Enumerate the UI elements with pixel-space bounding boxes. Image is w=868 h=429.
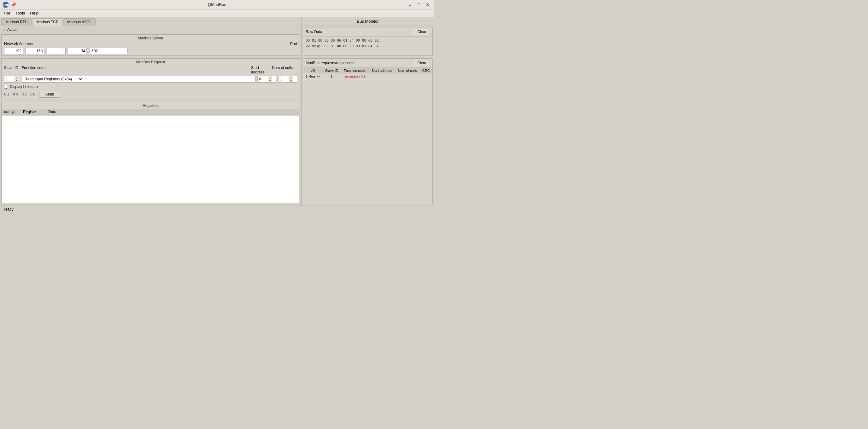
clear-raw-button[interactable]: Clear [414,29,430,35]
window-title: QModBus [208,2,226,7]
ip-octet-1[interactable] [4,48,23,54]
num-coils-spinbox[interactable]: ▲ ▼ [278,76,297,82]
display-hex-label: Display hex data [10,85,38,89]
modbus-log-label: ModBus requests/responses: [306,61,414,65]
active-checkmark: ✓ [2,27,6,32]
menu-tools[interactable]: Tools [13,10,27,16]
close-button[interactable]: ✕ [424,2,432,8]
modbus-request-title: ModBus Request [2,59,300,66]
modbus-log-table: I/O Slave ID Function code Start address… [303,68,432,79]
start-address-up[interactable]: ▲ [268,76,272,79]
modbus-server-title: Modbus Server [2,35,300,42]
menu-bar: File Tools Help [0,9,434,17]
slave-id-up[interactable]: ▲ [15,76,19,79]
network-address-header: Network Address [4,42,290,46]
window-controls: ⌄ ⌃ ✕ [406,2,432,8]
raw-data-line-1: 00 01 00 00 00 06 01 04 00 00 00 01 [306,38,430,43]
request-controls-row: ▲ ▼ Read Coils (0x01) Read Discrete Inpu… [2,74,300,84]
log-cell-crc [420,73,432,79]
function-code-select-wrapper[interactable]: Read Coils (0x01) Read Discrete Inputs (… [22,76,255,82]
ip-sep-3: . [66,49,67,53]
data-header: Data [48,110,297,114]
title-bar: QMB 📌 QModBus ⌄ ⌃ ✕ [0,0,434,9]
modbus-request-section: ModBus Request Slave ID Function code St… [1,58,300,99]
raw-data-content: 00 01 00 00 00 06 01 04 00 00 00 01 << R… [303,37,432,56]
tab-bar: Modbus RTU Modbus TCP Modbus ASCII [0,17,301,26]
slave-id-spinbox[interactable]: ▲ ▼ [4,76,20,82]
log-cell-function-code: Exception (4) [341,73,369,79]
ip-octet-3[interactable] [47,48,66,54]
log-col-slave-id: Slave ID [322,68,341,73]
modbus-server-section: Modbus Server Network Address Port . . . [1,34,300,56]
registers-headers: ata typ Registe Data [2,109,300,115]
active-row: ✓ Active [0,26,301,33]
hex-checkbox-row: Display hex data [2,84,300,90]
send-row: 01 04 00 00 Send [2,90,300,99]
slave-id-arrows: ▲ ▼ [14,76,19,82]
network-headers: Network Address Port [2,42,300,47]
start-address-down[interactable]: ▼ [268,79,272,82]
start-address-arrows: ▲ ▼ [268,76,272,82]
start-address-input[interactable] [258,76,268,82]
raw-data-section: Raw Data Clear 00 01 00 00 00 06 01 04 0… [303,27,433,56]
maximize-button[interactable]: ⌃ [415,2,423,8]
minimize-button[interactable]: ⌄ [406,2,414,8]
pin-icon[interactable]: 📌 [11,2,16,7]
log-cell-io: 1 Req >> [303,73,322,79]
tab-modbus-ascii[interactable]: Modbus ASCII [63,18,96,26]
port-header: Port [290,42,297,46]
status-bar: Ready [0,205,434,212]
log-col-io: I/O [303,68,322,73]
log-cell-start-address [369,73,395,79]
main-content: Modbus RTU Modbus TCP Modbus ASCII ✓ Act… [0,17,434,205]
num-coils-up[interactable]: ▲ [289,76,293,79]
log-col-num-coils: Num of coils [395,68,420,73]
send-button[interactable]: Send [39,91,60,98]
function-code-header: Function code [22,66,249,74]
right-panel: Bus Monitor Raw Data Clear 00 01 00 00 0… [302,17,434,205]
raw-data-header: Raw Data Clear [303,27,432,37]
dtype-header: ata typ [4,110,23,114]
log-cell-slave-id: 1 [322,73,341,79]
log-table-header-row: I/O Slave ID Function code Start address… [303,68,432,73]
num-coils-header: Num of coils [272,66,297,74]
slave-id-down[interactable]: ▼ [15,79,19,82]
hex-display: 01 04 00 00 [4,92,36,96]
registers-table [2,116,299,203]
ip-sep-1: . [24,49,25,53]
log-col-function-code: Function code [341,68,369,73]
menu-help[interactable]: Help [27,10,41,16]
app-logo: QMB [2,2,9,8]
num-coils-arrows: ▲ ▼ [288,76,293,82]
start-address-spinbox[interactable]: ▲ ▼ [257,76,276,82]
register-header: Registe [23,110,48,114]
modbus-log-header: ModBus requests/responses: Clear [303,59,432,68]
num-coils-down[interactable]: ▼ [289,79,293,82]
tab-modbus-tcp[interactable]: Modbus TCP [32,18,62,26]
log-cell-num-coils [395,73,420,79]
tab-modbus-rtu[interactable]: Modbus RTU [1,18,32,26]
registers-title: Registers [2,102,300,109]
log-col-crc: CRC [420,68,432,73]
active-label: Active [7,27,18,32]
ip-octet-2[interactable] [25,48,44,54]
function-code-select[interactable]: Read Coils (0x01) Read Discrete Inputs (… [22,76,83,82]
num-coils-input[interactable] [279,76,288,82]
ip-sep-2: . [45,49,46,53]
bus-monitor-title: Bus Monitor [302,17,434,26]
log-col-start-address: Start address [369,68,395,73]
display-hex-checkbox[interactable] [4,85,8,89]
ip-octet-4[interactable] [68,48,87,54]
raw-data-line-2: << Resp: 00 01 00 00 00 03 01 84 02 [306,43,430,49]
slave-id-input[interactable] [4,76,14,82]
clear-log-button[interactable]: Clear [414,60,430,66]
status-text: Ready [2,207,13,211]
log-table-row: 1 Req >> 1 Exception (4) [303,73,432,79]
network-address-row: . . . [2,47,300,56]
left-panel: Modbus RTU Modbus TCP Modbus ASCII ✓ Act… [0,17,302,205]
menu-file[interactable]: File [1,10,13,16]
start-address-header: Start address [251,66,270,74]
modbus-log-section: ModBus requests/responses: Clear I/O Sla… [303,58,433,204]
slave-id-header: Slave ID [4,66,20,74]
port-input[interactable] [90,48,128,54]
